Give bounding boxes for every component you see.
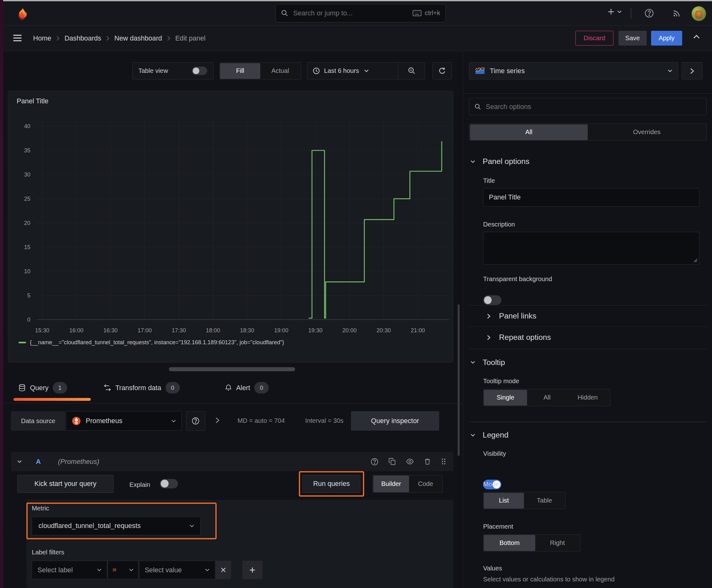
- query-help-icon[interactable]: [370, 458, 379, 466]
- options-filter-overrides[interactable]: Overrides: [588, 124, 706, 140]
- options-search-input[interactable]: [485, 102, 701, 111]
- avatar[interactable]: [692, 6, 706, 21]
- plus-icon: [249, 567, 256, 573]
- legend-mode-list[interactable]: List: [484, 493, 524, 508]
- options-divider: [469, 349, 706, 349]
- builder-option[interactable]: Builder: [373, 476, 409, 492]
- new-button[interactable]: [607, 8, 622, 16]
- collapse-header-button[interactable]: [693, 35, 700, 39]
- chevron-right-icon: [487, 313, 491, 319]
- datasource-picker[interactable]: Prometheus: [66, 411, 182, 430]
- repeat-options-header[interactable]: Repeat options: [487, 333, 551, 342]
- panel-links-label: Panel links: [499, 312, 537, 320]
- list-label: List: [499, 497, 509, 504]
- chevron-right-icon: [487, 335, 491, 340]
- refresh-button[interactable]: [433, 62, 452, 80]
- chevron-down-icon: [17, 460, 22, 463]
- options-filter-all[interactable]: All: [470, 124, 588, 140]
- query-options-toggle[interactable]: [215, 417, 219, 423]
- placement-right[interactable]: Right: [535, 535, 580, 551]
- tab-alert[interactable]: Alert 0: [225, 382, 269, 393]
- run-queries-label: Run queries: [313, 480, 350, 488]
- breadcrumb: Home Dashboards New dashboard Edit panel: [33, 25, 206, 51]
- global-search-box[interactable]: ctrl+k: [275, 4, 446, 22]
- collapse-options-button[interactable]: [682, 62, 703, 80]
- chart-legend: {__name__="cloudflared_tunnel_total_requ…: [19, 339, 284, 346]
- code-option[interactable]: Code: [409, 476, 442, 492]
- tooltip-mode-single[interactable]: Single: [484, 390, 527, 405]
- visualization-picker[interactable]: Time series: [469, 62, 678, 80]
- time-range-picker[interactable]: Last 6 hours: [307, 63, 398, 79]
- tab-transform[interactable]: Transform data 0: [104, 382, 180, 393]
- help-icon: [644, 8, 654, 18]
- run-queries-button[interactable]: Run queries: [302, 475, 360, 493]
- fill-option[interactable]: Fill: [220, 63, 260, 79]
- tabs-bottom-border: [3, 403, 463, 403]
- tooltip-mode-all[interactable]: All: [527, 390, 567, 405]
- tab-query[interactable]: Query 1: [18, 382, 67, 393]
- news-button[interactable]: [672, 8, 682, 18]
- label-filter-key-select[interactable]: Select label: [32, 561, 107, 579]
- grafana-edit-panel-page: ctrl+k Home Dashboards New dashboard: [0, 0, 712, 588]
- toggle-visibility-icon[interactable]: [406, 458, 414, 465]
- datasource-help-button[interactable]: [186, 411, 205, 430]
- drag-handle-icon[interactable]: [440, 458, 447, 465]
- sidebar-divider: [463, 93, 712, 93]
- title-label: Title: [483, 177, 495, 184]
- save-button[interactable]: Save: [619, 31, 647, 45]
- svg-text:19:30: 19:30: [308, 327, 322, 334]
- time-series-chart[interactable]: 15:3016:0016:3017:0017:3018:0018:3019:00…: [8, 91, 453, 362]
- panel-options-header[interactable]: Panel options: [471, 157, 530, 166]
- table-view-switch[interactable]: [192, 67, 207, 75]
- transparent-background-switch[interactable]: [483, 295, 501, 305]
- panel-title-input[interactable]: [483, 188, 699, 207]
- table-view-toggle-button[interactable]: Table view: [132, 62, 214, 80]
- time-range-group: Last 6 hours: [307, 62, 425, 80]
- panel-links-header[interactable]: Panel links: [487, 312, 537, 320]
- apply-button[interactable]: Apply: [651, 31, 682, 45]
- search-icon: [474, 103, 481, 110]
- svg-text:16:00: 16:00: [69, 327, 83, 334]
- legend-series-label[interactable]: {__name__="cloudflared_tunnel_total_requ…: [30, 339, 284, 346]
- svg-text:17:30: 17:30: [172, 327, 186, 334]
- help-button[interactable]: [644, 8, 654, 18]
- panel-resize-handle[interactable]: [169, 367, 295, 371]
- select-label-placeholder: Select label: [38, 566, 97, 574]
- help-circle-icon: [192, 417, 200, 425]
- tooltip-header[interactable]: Tooltip: [471, 358, 505, 367]
- legend-header[interactable]: Legend: [471, 430, 509, 439]
- breadcrumb-dashboards[interactable]: Dashboards: [64, 34, 101, 42]
- options-search-box[interactable]: [469, 98, 706, 115]
- datasource-label-box: Data source: [11, 411, 66, 430]
- placement-bottom[interactable]: Bottom: [484, 535, 535, 551]
- duplicate-query-icon[interactable]: [388, 458, 396, 465]
- legend-mode-table[interactable]: Table: [524, 493, 565, 508]
- menu-button[interactable]: [13, 34, 22, 42]
- remove-filter-button[interactable]: [216, 561, 231, 579]
- zoom-out-button[interactable]: [398, 63, 425, 79]
- query-row-header[interactable]: A (Prometheus): [11, 452, 453, 471]
- repeat-options-label: Repeat options: [499, 333, 551, 342]
- options-divider: [469, 305, 706, 306]
- chevron-down-icon: [171, 420, 176, 422]
- label-filter-operator-select[interactable]: =: [108, 561, 138, 579]
- global-search-input[interactable]: [292, 8, 412, 18]
- breadcrumb-home[interactable]: Home: [33, 34, 51, 42]
- explain-switch[interactable]: [160, 479, 178, 488]
- description-textarea[interactable]: [483, 232, 699, 265]
- delete-query-icon[interactable]: [424, 458, 431, 465]
- grafana-logo-icon[interactable]: [15, 6, 30, 21]
- tooltip-mode-hidden[interactable]: Hidden: [567, 390, 608, 405]
- query-inspector-button[interactable]: Query inspector: [351, 411, 439, 430]
- label-filter-value-select[interactable]: Select value: [139, 561, 215, 579]
- pane-divider[interactable]: [463, 51, 463, 588]
- query-ref-id[interactable]: A: [36, 458, 41, 466]
- all-mode-label: All: [543, 394, 551, 401]
- scrollbar-thumb[interactable]: [458, 304, 459, 456]
- discard-button[interactable]: Discard: [576, 31, 614, 45]
- breadcrumb-new-dashboard[interactable]: New dashboard: [114, 34, 162, 42]
- actual-option[interactable]: Actual: [260, 63, 300, 79]
- kickstart-button[interactable]: Kick start your query: [17, 475, 114, 493]
- legend-swatch[interactable]: [19, 342, 26, 344]
- add-label-filter-button[interactable]: [242, 561, 262, 579]
